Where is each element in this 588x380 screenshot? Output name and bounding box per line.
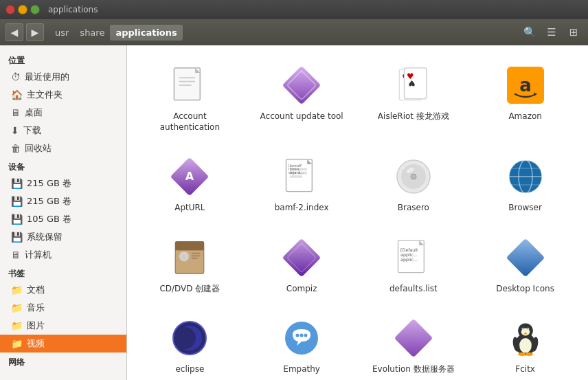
app-brasero[interactable]: Brasero <box>362 148 466 221</box>
window-title: applications <box>48 5 98 14</box>
breadcrumb: usr share applications <box>49 25 183 41</box>
svg-rect-38 <box>176 241 204 250</box>
app-label-eclipse: eclipse <box>175 364 204 375</box>
desktop-icon: 🖥 <box>11 107 21 118</box>
search-button[interactable]: 🔍 <box>521 23 539 41</box>
sidebar-item-vol2-label: 215 GB 卷 <box>27 195 71 208</box>
sidebar-item-docs[interactable]: 📁 文档 <box>0 281 126 299</box>
section-devices: 设备 <box>0 157 126 175</box>
svg-rect-41 <box>192 253 201 254</box>
app-evolution[interactable]: Evolution 数据服务器 <box>362 309 466 380</box>
app-label-defaults: defaults.list <box>389 284 438 295</box>
breadcrumb-share[interactable]: share <box>74 25 110 41</box>
app-label-fcitx: Fcitx <box>515 364 535 375</box>
app-label-brasero: Brasero <box>398 203 429 214</box>
sidebar-item-computer-label: 计算机 <box>25 249 52 261</box>
app-aisleriot[interactable]: ♥ 2 ♥ ♥ AisleRiot 接龙游戏 <box>362 56 466 139</box>
app-label-apturl: AptURL <box>174 203 205 214</box>
app-grid: Account authentication <box>138 56 577 380</box>
app-icon-account-update <box>280 63 324 107</box>
svg-point-59 <box>304 334 308 337</box>
sidebar-item-desktop[interactable]: 🖥 桌面 <box>0 104 126 122</box>
app-label-account-auth: Account authentication <box>142 111 238 133</box>
content-area: Account authentication <box>127 45 588 380</box>
sidebar-item-recent-label: 最近使用的 <box>25 71 69 83</box>
app-cddvd[interactable]: CD/DVD 创建器 <box>138 229 242 302</box>
app-compiz[interactable]: Compiz <box>250 229 354 302</box>
sidebar-item-sysres-label: 系统保留 <box>27 231 63 243</box>
svg-point-62 <box>519 338 532 353</box>
app-browser[interactable]: Browser <box>473 148 577 221</box>
app-icon-browser <box>504 155 547 199</box>
app-eclipse[interactable]: eclipse <box>138 309 242 380</box>
app-defaults[interactable]: [Default applic... applic... defaults.li… <box>362 229 466 302</box>
sidebar-item-trash-label: 回收站 <box>25 142 52 155</box>
svg-rect-5 <box>283 67 320 104</box>
breadcrumb-applications[interactable]: applications <box>110 25 182 41</box>
svg-text:applic...: applic... <box>400 257 418 262</box>
app-apturl[interactable]: A AptURL <box>138 148 242 221</box>
sidebar-item-pictures[interactable]: 📁 图片 <box>0 317 126 335</box>
app-desktop-icons[interactable]: Desktop Icons <box>473 229 577 302</box>
maximize-button[interactable] <box>30 5 40 14</box>
back-button[interactable]: ◀ <box>5 23 23 41</box>
forward-button[interactable]: ▶ <box>26 23 44 41</box>
sidebar-item-computer[interactable]: 🖥 计算机 <box>0 246 126 264</box>
sidebar-item-pictures-label: 图片 <box>27 320 45 332</box>
section-bookmarks: 书签 <box>0 264 126 281</box>
app-label-account-update: Account update tool <box>260 111 343 122</box>
pictures-folder-icon: 📁 <box>11 320 23 331</box>
sidebar-item-vol3[interactable]: 💾 105 GB 卷 <box>0 210 126 228</box>
app-icon-empathy <box>280 316 324 360</box>
sidebar-item-vol1[interactable]: 💾 215 GB 卷 <box>0 175 126 192</box>
svg-rect-42 <box>192 255 201 256</box>
close-button[interactable] <box>5 5 15 14</box>
app-amazon[interactable]: a Amazon <box>473 56 577 139</box>
sidebar-item-sysres[interactable]: 💾 系统保留 <box>0 228 126 246</box>
sysres-icon: 💾 <box>11 232 23 243</box>
app-icon-brasero <box>392 155 436 199</box>
drive-icon-2: 💾 <box>11 196 23 207</box>
main-layout: 位置 ⏱ 最近使用的 🏠 主文件夹 🖥 桌面 ⬇ 下载 🗑 回收站 设备 💾 2… <box>0 45 588 380</box>
app-account-auth[interactable]: Account authentication <box>138 56 242 139</box>
sidebar-item-home[interactable]: 🏠 主文件夹 <box>0 86 126 104</box>
sidebar-item-recent[interactable]: ⏱ 最近使用的 <box>0 68 126 86</box>
svg-point-67 <box>522 328 523 330</box>
sidebar-item-trash[interactable]: 🗑 回收站 <box>0 139 126 157</box>
app-icon-evolution <box>392 316 436 360</box>
sidebar-item-vol3-label: 105 GB 卷 <box>27 213 71 225</box>
sidebar-item-music[interactable]: 📁 音乐 <box>0 299 126 317</box>
drive-icon-1: 💾 <box>11 178 23 189</box>
svg-point-28 <box>411 174 416 179</box>
breadcrumb-usr[interactable]: usr <box>49 25 74 41</box>
app-label-bamf: bamf-2.index <box>275 203 329 214</box>
app-icon-defaults: [Default applic... applic... <box>392 236 436 280</box>
grid-view-button[interactable]: ⊞ <box>565 23 583 41</box>
sidebar-item-videos[interactable]: 📁 视频 <box>0 335 126 353</box>
section-network: 网络 <box>0 353 126 370</box>
svg-rect-43 <box>192 258 198 259</box>
videos-folder-icon: 📁 <box>11 338 23 349</box>
drive-icon-3: 💾 <box>11 214 23 225</box>
app-empathy[interactable]: Empathy <box>250 309 354 380</box>
app-label-aisleriot: AisleRiot 接龙游戏 <box>378 111 449 122</box>
section-places: 位置 <box>0 51 126 68</box>
sidebar-item-vol2[interactable]: 💾 215 GB 卷 <box>0 192 126 210</box>
list-view-button[interactable]: ☰ <box>543 23 561 41</box>
app-account-update[interactable]: Account update tool <box>250 56 354 139</box>
app-fcitx[interactable]: Fcitx <box>473 309 577 380</box>
app-icon-account-auth <box>168 63 212 107</box>
app-bamf[interactable]: libreoff libreo... deja-d... bamf-2.inde… <box>250 148 354 221</box>
app-icon-aisleriot: ♥ 2 ♥ ♥ <box>392 63 436 107</box>
sidebar-item-downloads[interactable]: ⬇ 下载 <box>0 122 126 139</box>
app-label-amazon: Amazon <box>508 111 542 122</box>
toolbar-actions: 🔍 ☰ ⊞ <box>521 23 583 41</box>
minimize-button[interactable] <box>18 5 27 14</box>
app-icon-bamf: libreoff libreo... deja-d... <box>280 155 324 199</box>
svg-text:[Default: [Default <box>400 247 418 252</box>
sidebar-item-docs-label: 文档 <box>27 284 45 296</box>
sidebar: 位置 ⏱ 最近使用的 🏠 主文件夹 🖥 桌面 ⬇ 下载 🗑 回收站 设备 💾 2… <box>0 45 127 380</box>
svg-point-54 <box>174 327 196 349</box>
sidebar-item-videos-label: 视频 <box>27 337 45 350</box>
svg-point-72 <box>518 353 525 356</box>
